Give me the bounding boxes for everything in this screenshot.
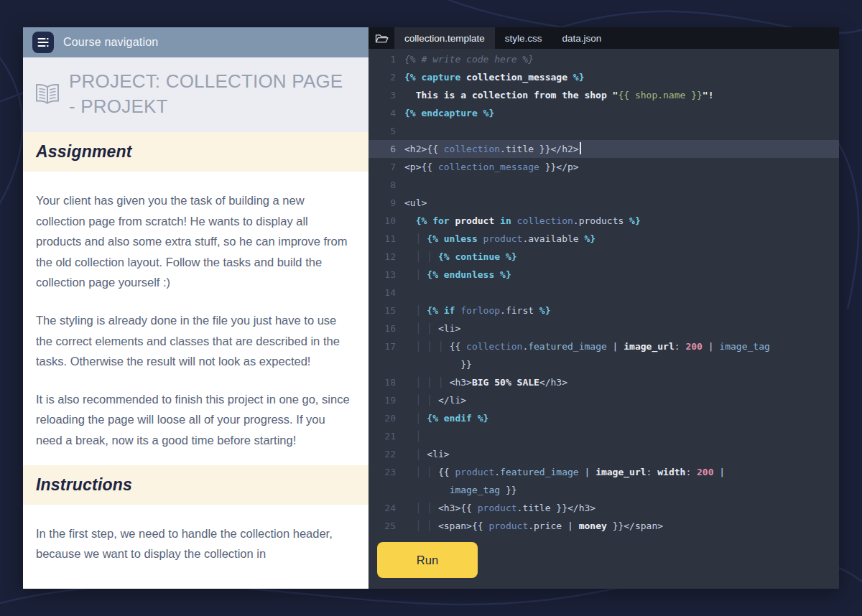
- course-navigation-header[interactable]: Course navigation: [23, 27, 369, 57]
- code-line[interactable]: 23 │ │ {{ product.featured_image | image…: [369, 463, 839, 481]
- assignment-paragraph: It is also recommended to finish this pr…: [36, 389, 350, 451]
- line-number: 8: [369, 176, 396, 194]
- line-number: [369, 481, 396, 499]
- code-line[interactable]: 18 │ │ │ <h3>BIG 50% SALE</h3>: [369, 373, 839, 391]
- code-line[interactable]: 16 │ │ <li>: [369, 319, 839, 337]
- line-number: 15: [369, 302, 396, 319]
- line-number: 14: [369, 284, 396, 302]
- line-number: 24: [369, 499, 396, 517]
- code-line[interactable]: image_tag }}: [369, 481, 839, 499]
- line-number: 9: [369, 194, 396, 212]
- code-editor-panel: collection.template style.css data.json …: [369, 27, 839, 589]
- tab-label: collection.template: [404, 33, 485, 44]
- instructions-heading: Instructions: [36, 475, 132, 495]
- indent-guide: │ │: [416, 323, 438, 334]
- line-number: 18: [369, 373, 396, 391]
- indent-guide: │: [416, 305, 427, 316]
- instructions-paragraph: In the first step, we need to handle the…: [36, 523, 350, 564]
- assignment-heading-band: Assignment: [23, 132, 369, 172]
- indent-guide: │ │ │: [416, 341, 450, 352]
- main-card: Course navigation: [23, 27, 839, 589]
- code-line[interactable]: 17 │ │ │ {{ collection.featured_image | …: [369, 337, 839, 355]
- line-number: 5: [369, 122, 396, 140]
- indent-guide: │: [416, 233, 427, 244]
- code-line[interactable]: 2{% capture collection_message %}: [369, 68, 839, 86]
- indent-guide: │ │: [416, 521, 438, 531]
- code-line[interactable]: 8: [369, 176, 839, 194]
- line-number: 22: [369, 445, 396, 463]
- open-book-icon: [34, 83, 60, 108]
- tab-style-css[interactable]: style.css: [495, 27, 552, 49]
- instructions-heading-band: Instructions: [23, 465, 369, 505]
- line-number: 23: [369, 463, 396, 481]
- line-number: 12: [369, 248, 396, 266]
- page-title: PROJECT: COLLECTION PAGE - PROJEKT: [69, 69, 345, 119]
- line-number: [369, 355, 396, 373]
- code-line[interactable]: 11 │ {% unless product.available %}: [369, 230, 839, 248]
- indent-guide: │ │: [416, 503, 438, 513]
- line-number: 17: [369, 337, 396, 355]
- page: Course navigation: [0, 0, 862, 616]
- tab-label: data.json: [562, 33, 602, 44]
- tab-label: style.css: [505, 33, 542, 44]
- indent-guide: │: [416, 413, 427, 424]
- code-line[interactable]: 13 │ {% endunless %}: [369, 266, 839, 284]
- run-bar: Run: [369, 535, 839, 589]
- code-area[interactable]: 1{% # write code here %}2{% capture coll…: [369, 49, 839, 535]
- indent-guide: │: [416, 449, 427, 459]
- tab-data-json[interactable]: data.json: [552, 27, 612, 49]
- line-number: 6: [369, 140, 396, 158]
- code-line[interactable]: 14: [369, 284, 839, 302]
- course-panel: Course navigation: [23, 27, 369, 589]
- indent-guide: │ │: [416, 251, 438, 262]
- code-line[interactable]: 24 │ │ <h3>{{ product.title }}</h3>: [369, 499, 839, 517]
- code-line[interactable]: 5: [369, 122, 839, 140]
- line-number: 10: [369, 212, 396, 230]
- lesson-title-section: PROJECT: COLLECTION PAGE - PROJEKT: [23, 57, 369, 132]
- line-number: 16: [369, 319, 396, 337]
- assignment-paragraph: Your client has given you the task of bu…: [36, 190, 350, 293]
- tab-collection-template[interactable]: collection.template: [394, 27, 495, 49]
- line-number: 21: [369, 427, 396, 445]
- line-number: 3: [369, 86, 396, 104]
- line-number: 19: [369, 391, 396, 409]
- code-line[interactable]: 6<h2>{{ collection.title }}</h2>: [369, 140, 839, 158]
- code-line[interactable]: 15 │ {% if forloop.first %}: [369, 302, 839, 319]
- code-line[interactable]: 22 │ <li>: [369, 445, 839, 463]
- folder-icon[interactable]: [369, 27, 394, 49]
- code-line[interactable]: 3 This is a collection from the shop "{{…: [369, 86, 839, 104]
- indent-guide: │ │ │: [416, 377, 450, 388]
- code-line[interactable]: 9<ul>: [369, 194, 839, 212]
- line-number: 11: [369, 230, 396, 248]
- line-number: 25: [369, 517, 396, 535]
- indent-guide: │: [416, 431, 427, 442]
- line-number: 7: [369, 158, 396, 176]
- line-number: 20: [369, 409, 396, 427]
- code-line[interactable]: }}: [369, 355, 839, 373]
- indent-guide: │ │: [416, 395, 438, 406]
- editor-tab-bar: collection.template style.css data.json: [369, 27, 839, 49]
- code-line[interactable]: 4{% endcapture %}: [369, 104, 839, 122]
- line-number: 1: [369, 50, 396, 68]
- code-line[interactable]: 20 │ {% endif %}: [369, 409, 839, 427]
- code-line[interactable]: 7<p>{{ collection_message }}</p>: [369, 158, 839, 176]
- assignment-paragraph: The styling is already done in the file …: [36, 310, 350, 372]
- line-number: 2: [369, 68, 396, 86]
- code-line[interactable]: 10 {% for product in collection.products…: [369, 212, 839, 230]
- text-cursor: [580, 142, 581, 154]
- run-button[interactable]: Run: [377, 542, 478, 578]
- assignment-text: Your client has given you the task of bu…: [23, 190, 369, 451]
- code-line[interactable]: 1{% # write code here %}: [369, 50, 839, 68]
- code-line[interactable]: 25 │ │ <span>{{ product.price | money }}…: [369, 517, 839, 535]
- indent-guide: │: [416, 269, 427, 280]
- assignment-heading: Assignment: [36, 142, 132, 162]
- course-navigation-label: Course navigation: [63, 36, 158, 49]
- code-line[interactable]: 19 │ │ </li>: [369, 391, 839, 409]
- code-line[interactable]: 21 │: [369, 427, 839, 445]
- indent-guide: │ │: [416, 467, 438, 477]
- line-number: 13: [369, 266, 396, 284]
- line-number: 4: [369, 104, 396, 122]
- list-icon[interactable]: [32, 32, 54, 53]
- code-line[interactable]: 12 │ │ {% continue %}: [369, 248, 839, 266]
